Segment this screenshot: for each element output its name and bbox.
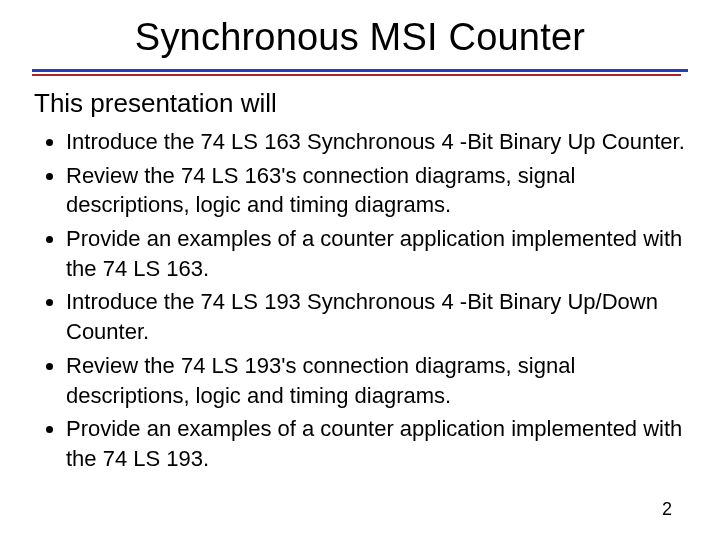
bullet-item: Provide an examples of a counter applica… <box>66 414 690 473</box>
slide-subtitle: This presentation will <box>34 88 720 119</box>
bullet-item: Introduce the 74 LS 193 Synchronous 4 -B… <box>66 287 690 346</box>
page-number: 2 <box>662 499 672 520</box>
bullet-item: Introduce the 74 LS 163 Synchronous 4 -B… <box>66 127 690 157</box>
bullet-item: Review the 74 LS 163's connection diagra… <box>66 161 690 220</box>
rule-blue <box>32 69 688 72</box>
slide-title: Synchronous MSI Counter <box>0 0 720 69</box>
bullet-item: Provide an examples of a counter applica… <box>66 224 690 283</box>
slide: Synchronous MSI Counter This presentatio… <box>0 0 720 540</box>
rule-red <box>32 74 681 76</box>
title-underline <box>32 69 688 76</box>
bullet-list: Introduce the 74 LS 163 Synchronous 4 -B… <box>44 127 690 474</box>
bullet-item: Review the 74 LS 193's connection diagra… <box>66 351 690 410</box>
